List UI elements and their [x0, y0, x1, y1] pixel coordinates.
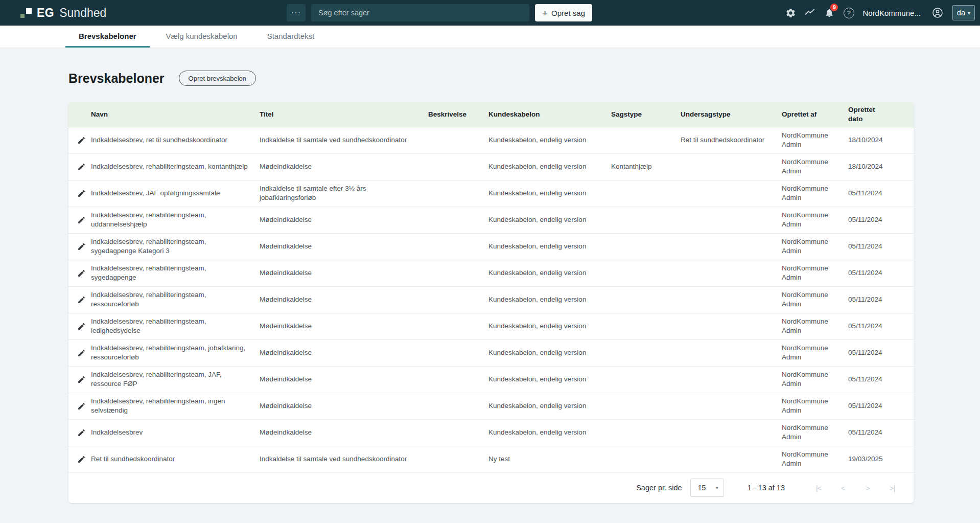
cell-oprettet_dato: 05/11/2024 — [848, 313, 914, 339]
edit-row-button[interactable] — [76, 401, 87, 412]
cell-undersagstype — [681, 153, 782, 180]
chevron-down-icon: ▾ — [968, 10, 970, 16]
top-bar: EG Sundhed ··· + Opret sag 9 ? — [0, 0, 980, 26]
cell-navn: Indkaldelsesbrev — [91, 419, 260, 446]
overflow-menu-button[interactable]: ··· — [287, 4, 306, 21]
table-row: Ret til sundhedskoordinatorIndkaldelse t… — [68, 446, 914, 472]
next-page-button[interactable]: > — [862, 484, 873, 492]
tab-standardtekst[interactable]: Standardtekst — [254, 26, 328, 48]
cell-sagstype — [611, 286, 681, 313]
tab-brevskabeloner[interactable]: Brevskabeloner — [65, 26, 150, 48]
create-template-button[interactable]: Opret brevskabelon — [179, 71, 256, 86]
cell-oprettet_af: NordKommune Admin — [782, 260, 848, 286]
cell-oprettet_dato: 05/11/2024 — [848, 207, 914, 233]
edit-row-button[interactable] — [76, 348, 87, 358]
table-row: IndkaldelsesbrevMødeindkaldelseKundeskab… — [68, 419, 914, 446]
header-kundeskabelon: Kundeskabelon — [488, 102, 611, 127]
cell-oprettet_af: NordKommune Admin — [782, 180, 848, 207]
edit-row-button[interactable] — [76, 268, 87, 279]
cell-navn: Indkaldelsesbrev, rehabiliteringsteam, j… — [91, 339, 260, 366]
cell-navn: Indkaldelsesbrev, JAF opfølgningssamtale — [91, 180, 260, 207]
edit-row-button[interactable] — [76, 162, 87, 172]
edit-row-button[interactable] — [76, 241, 87, 252]
pencil-icon — [77, 242, 86, 251]
cell-oprettet_dato: 18/10/2024 — [848, 153, 914, 180]
cell-sagstype — [611, 366, 681, 393]
search-input[interactable] — [311, 4, 529, 21]
cell-navn: Indkaldelsesbrev, rehabiliteringsteam, i… — [91, 393, 260, 419]
edit-row-button[interactable] — [76, 374, 87, 385]
cell-edit — [68, 260, 91, 286]
cell-beskrivelse — [428, 313, 488, 339]
cell-titel: Mødeindkaldelse — [260, 339, 428, 366]
header-beskrivelse: Beskrivelse — [428, 102, 488, 127]
prev-page-button[interactable]: < — [838, 484, 848, 492]
cell-sagstype — [611, 419, 681, 446]
notifications-button[interactable]: 9 — [820, 3, 839, 22]
cell-oprettet_af: NordKommune Admin — [782, 153, 848, 180]
create-case-button[interactable]: + Opret sag — [535, 4, 592, 21]
header-oprettet-dato: Oprettet dato — [848, 102, 914, 127]
pencil-icon — [77, 269, 86, 278]
last-page-button[interactable]: >| — [887, 484, 897, 492]
pencil-icon — [77, 455, 86, 464]
table-row: Indkaldelsesbrev, rehabiliteringsteam, J… — [68, 366, 914, 393]
cell-edit — [68, 286, 91, 313]
edit-row-button[interactable] — [76, 454, 87, 465]
per-page-value: 15 — [698, 484, 706, 492]
cell-navn: Indkaldelsesbrev, rehabiliteringsteam, s… — [91, 260, 260, 286]
table-row: Indkaldelsesbrev, rehabiliteringsteam, u… — [68, 207, 914, 233]
cell-edit — [68, 233, 91, 260]
cell-kundeskabelon: Kundeskabelon, endelig version — [488, 419, 611, 446]
edit-row-button[interactable] — [76, 427, 87, 438]
activity-button[interactable] — [800, 3, 820, 22]
cell-kundeskabelon: Kundeskabelon, endelig version — [488, 339, 611, 366]
settings-button[interactable] — [781, 3, 800, 22]
page-title: Brevskabeloner — [68, 71, 165, 86]
cell-oprettet_af: NordKommune Admin — [782, 127, 848, 153]
cell-titel: Mødeindkaldelse — [260, 366, 428, 393]
tenant-menu[interactable]: NordKommune... — [862, 9, 920, 17]
header-right: 9 ? NordKommune... da ▾ — [781, 3, 980, 22]
first-page-button[interactable]: |< — [813, 484, 824, 492]
cell-kundeskabelon: Kundeskabelon, endelig version — [488, 233, 611, 260]
cell-beskrivelse — [428, 366, 488, 393]
edit-row-button[interactable] — [76, 321, 87, 332]
pencil-icon — [77, 163, 86, 171]
app-logo[interactable]: EG Sundhed — [0, 6, 106, 20]
cell-beskrivelse — [428, 153, 488, 180]
cell-navn: Indkaldelsesbrev, rehabiliteringsteam, s… — [91, 233, 260, 260]
header-oprettet-af: Oprettet af — [782, 102, 848, 127]
cell-oprettet_dato: 05/11/2024 — [848, 393, 914, 419]
cell-titel: Mødeindkaldelse — [260, 393, 428, 419]
cell-titel: Indkaldelse til samtale ved sundhedskoor… — [260, 127, 428, 153]
table-row: Indkaldelsesbrev, rehabiliteringsteam, j… — [68, 339, 914, 366]
profile-button[interactable] — [928, 3, 947, 22]
edit-row-button[interactable] — [76, 188, 87, 199]
tab-vaelg-kundeskabelon[interactable]: Vælg kundeskabelon — [153, 26, 251, 48]
cell-oprettet_dato: 05/11/2024 — [848, 419, 914, 446]
per-page-select[interactable]: 15 ▾ — [690, 479, 724, 497]
cell-undersagstype — [681, 393, 782, 419]
cell-titel: Mødeindkaldelse — [260, 286, 428, 313]
cell-titel: Mødeindkaldelse — [260, 207, 428, 233]
table-row: Indkaldelsesbrev, rehabiliteringsteam, i… — [68, 393, 914, 419]
cell-sagstype — [611, 127, 681, 153]
cell-edit — [68, 393, 91, 419]
cell-oprettet_af: NordKommune Admin — [782, 207, 848, 233]
header-center: ··· + Opret sag — [287, 4, 592, 21]
eg-logo-icon — [20, 7, 32, 19]
language-selector[interactable]: da ▾ — [952, 5, 975, 20]
edit-row-button[interactable] — [76, 294, 87, 305]
pencil-icon — [77, 295, 86, 304]
plus-icon: + — [542, 8, 548, 18]
cell-kundeskabelon: Kundeskabelon, endelig version — [488, 207, 611, 233]
templates-card: Navn Titel Beskrivelse Kundeskabelon Sag… — [68, 102, 914, 503]
cell-sagstype — [611, 233, 681, 260]
edit-row-button[interactable] — [76, 215, 87, 225]
edit-row-button[interactable] — [76, 135, 87, 146]
templates-table: Navn Titel Beskrivelse Kundeskabelon Sag… — [68, 102, 914, 473]
help-button[interactable]: ? — [839, 3, 858, 22]
cell-navn: Indkaldelsesbrev, rehabiliteringsteam, l… — [91, 313, 260, 339]
header-undersagstype: Undersagstype — [681, 102, 782, 127]
